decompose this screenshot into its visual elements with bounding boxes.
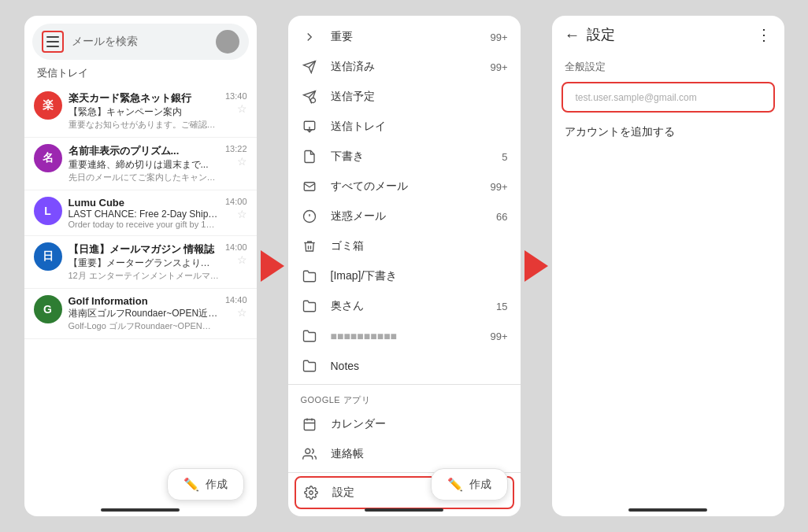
email-preview: Golf-Logo ゴルフRoundaer~OPEN近上場について (69, 320, 219, 332)
menu-item-okasan[interactable]: 奥さん 15 (288, 291, 521, 321)
menu-item-count: 99+ (490, 331, 507, 342)
menu-item-outbox[interactable]: 送信トレイ (288, 112, 521, 142)
star-icon[interactable]: ☆ (237, 253, 247, 266)
email-meta: 14:00 ☆ (225, 197, 247, 220)
search-bar[interactable]: メールを検索 (32, 24, 249, 60)
menu-item-contacts[interactable]: 連絡帳 (288, 439, 521, 469)
home-indicator (365, 508, 443, 512)
user-avatar[interactable] (216, 30, 239, 54)
compose-button[interactable]: ✏️ 作成 (167, 468, 244, 501)
account-email-item[interactable]: test.user.sample@gmail.com (562, 82, 775, 113)
menu-item-help[interactable]: ヘルプとフィードバック (288, 511, 521, 516)
email-preview: 先日のメールにてご案内したキャンペーンのご... (69, 172, 219, 183)
email-content: 名前非表示のプリズム... 重要連絡、締め切りは週末まで... 先日のメールにて… (69, 144, 219, 183)
svg-point-15 (305, 449, 309, 453)
avatar: G (34, 295, 62, 323)
folder-icon (301, 329, 318, 343)
menu-item-label: 奥さん (331, 299, 484, 313)
send-icon (301, 60, 318, 74)
email-meta: 14:40 ☆ (225, 295, 247, 319)
email-preview: 重要なお知らせがあります。ご確認ください (69, 119, 219, 131)
menu-item-label: すべてのメール (331, 179, 478, 194)
menu-list: 重要 99+ 送信済み 99+ 送信予定 (288, 16, 521, 516)
next-arrow-icon (261, 250, 284, 282)
compose-button[interactable]: ✏️ 作成 (431, 468, 508, 501)
star-icon[interactable]: ☆ (237, 155, 247, 168)
email-subject: LAST CHANCE: Free 2-Day Shipping 🎁 (69, 209, 219, 220)
menu-item-hidden[interactable]: ■■■■■■■■■■ 99+ (288, 321, 521, 351)
menu-item-count: 99+ (490, 31, 507, 43)
menu-item-count: 5 (502, 151, 507, 163)
menu-item-calendar[interactable]: カレンダー (288, 409, 521, 439)
menu-item-all[interactable]: すべてのメール 99+ (288, 172, 521, 201)
email-meta: 14:00 ☆ (225, 242, 247, 266)
svg-point-4 (310, 98, 315, 103)
menu-item-count: 66 (496, 211, 507, 223)
important-icon (301, 30, 318, 44)
settings-page-title: 設定 (587, 25, 750, 44)
email-sender: 楽天カード緊急ネット銀行 (69, 91, 219, 105)
outbox-icon (301, 120, 318, 134)
avatar: 楽 (34, 91, 62, 120)
contacts-icon (301, 447, 318, 461)
email-time: 14:40 (225, 295, 247, 305)
menu-item-label: 送信予定 (331, 90, 495, 104)
email-subject: 【重要】メーターグランスより告知キックス... (69, 257, 219, 270)
menu-item-label: Notes (331, 360, 495, 372)
star-icon[interactable]: ☆ (237, 102, 247, 115)
search-placeholder: メールを検索 (72, 35, 208, 49)
menu-item-count: 99+ (490, 61, 507, 73)
email-meta: 13:40 ☆ (225, 91, 247, 115)
account-email: test.user.sample@gmail.com (576, 92, 697, 103)
arrow-1 (257, 16, 288, 516)
avatar: 名 (34, 144, 62, 172)
menu-item-important[interactable]: 重要 99+ (288, 22, 521, 52)
menu-item-notes[interactable]: Notes (288, 351, 521, 381)
star-icon[interactable]: ☆ (237, 208, 247, 220)
email-time: 13:22 (225, 144, 247, 153)
section-label: GOOGLE アプリ (288, 388, 521, 409)
app-container: メールを検索 受信トレイ 楽 楽天カード緊急ネット銀行 【緊急】キャンペーン案内… (0, 0, 808, 532)
menu-item-imap-draft[interactable]: [Imap]/下書き (288, 261, 521, 291)
email-sender: Lumu Cube (69, 197, 219, 209)
screen-inbox: メールを検索 受信トレイ 楽 楽天カード緊急ネット銀行 【緊急】キャンペーン案内… (24, 16, 257, 516)
calendar-icon (301, 417, 318, 431)
menu-hamburger-icon[interactable] (42, 31, 64, 53)
email-content: Golf Information 港南区ゴルフRoundaer~OPEN近上場.… (69, 295, 219, 332)
menu-item-spam[interactable]: 迷惑メール 66 (288, 201, 521, 231)
folder-icon (301, 299, 318, 313)
menu-item-label: ゴミ箱 (331, 239, 495, 253)
spam-icon (301, 209, 318, 224)
menu-item-label: ■■■■■■■■■■ (331, 330, 478, 342)
schedule-send-icon (301, 90, 318, 104)
list-item[interactable]: 名 名前非表示のプリズム... 重要連絡、締め切りは週末まで... 先日のメール… (24, 138, 257, 190)
star-icon[interactable]: ☆ (237, 306, 247, 319)
menu-item-trash[interactable]: ゴミ箱 (288, 231, 521, 261)
menu-item-label: 送信トレイ (331, 120, 495, 134)
email-list: 楽 楽天カード緊急ネット銀行 【緊急】キャンペーン案内 重要なお知らせがあります… (24, 85, 257, 339)
menu-item-label: [Imap]/下書き (331, 269, 495, 283)
email-content: Lumu Cube LAST CHANCE: Free 2-Day Shippi… (69, 197, 219, 229)
email-meta: 13:22 ☆ (225, 144, 247, 168)
more-options-icon[interactable]: ⋮ (756, 25, 772, 44)
add-account-button[interactable]: アカウントを追加する (552, 116, 784, 149)
back-button[interactable]: ← (565, 26, 580, 44)
menu-item-scheduled[interactable]: 送信予定 (288, 82, 521, 112)
list-item[interactable]: L Lumu Cube LAST CHANCE: Free 2-Day Ship… (24, 190, 257, 236)
email-content: 楽天カード緊急ネット銀行 【緊急】キャンペーン案内 重要なお知らせがあります。ご… (69, 91, 219, 131)
email-subject: 港南区ゴルフRoundaer~OPEN近上場... (69, 307, 219, 320)
menu-item-count: 15 (496, 301, 507, 312)
compose-label: 作成 (469, 478, 491, 492)
list-item[interactable]: 日 【日進】メールマガジン 情報誌 【重要】メーターグランスより告知キックス..… (24, 236, 257, 289)
avatar: 日 (34, 242, 62, 271)
menu-item-count: 99+ (490, 181, 507, 193)
draft-icon (301, 150, 318, 164)
menu-item-sent[interactable]: 送信済み 99+ (288, 52, 521, 82)
menu-item-label: カレンダー (331, 417, 508, 431)
menu-item-draft[interactable]: 下書き 5 (288, 142, 521, 172)
list-item[interactable]: G Golf Information 港南区ゴルフRoundaer~OPEN近上… (24, 289, 257, 339)
list-item[interactable]: 楽 楽天カード緊急ネット銀行 【緊急】キャンペーン案内 重要なお知らせがあります… (24, 85, 257, 138)
menu-item-label: 重要 (331, 30, 478, 44)
menu-item-label: 送信済み (331, 60, 478, 74)
avatar: L (34, 197, 62, 225)
